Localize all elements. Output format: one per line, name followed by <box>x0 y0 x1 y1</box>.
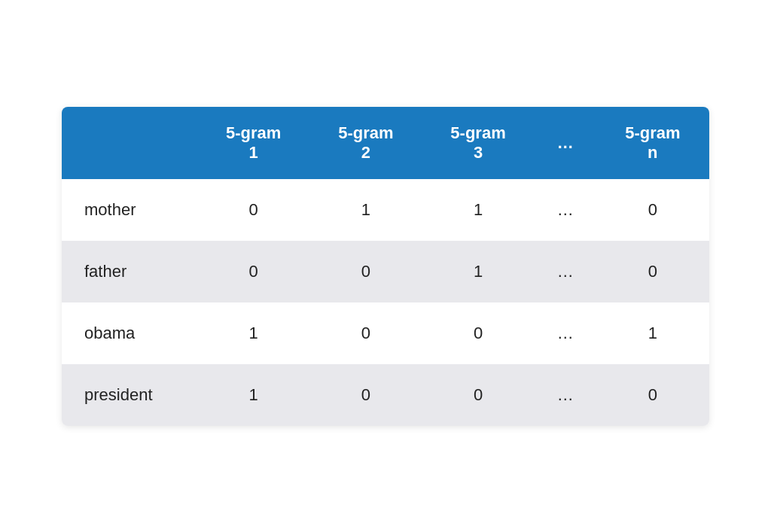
row-father-gramN: 0 <box>596 241 709 302</box>
ngram-table-container: 5-gram 1 5-gram 2 5-gram 3 … 5-gram n mo… <box>62 107 709 426</box>
table-row: father 0 0 1 … 0 <box>62 241 709 302</box>
row-obama-gram2: 0 <box>309 302 422 364</box>
header-gram3: 5-gram 3 <box>422 107 534 179</box>
table-row: president 1 0 0 … 0 <box>62 364 709 426</box>
row-mother-gram2: 1 <box>309 179 422 241</box>
row-mother-gram1: 0 <box>197 179 309 241</box>
header-gramN: 5-gram n <box>596 107 709 179</box>
table-row: mother 0 1 1 … 0 <box>62 179 709 241</box>
ngram-table: 5-gram 1 5-gram 2 5-gram 3 … 5-gram n mo… <box>62 107 709 426</box>
row-label-obama: obama <box>62 302 197 364</box>
table-header-row: 5-gram 1 5-gram 2 5-gram 3 … 5-gram n <box>62 107 709 179</box>
row-father-gram2: 0 <box>309 241 422 302</box>
row-obama-gramN: 1 <box>596 302 709 364</box>
row-mother-ellipsis: … <box>535 179 596 241</box>
table-row: obama 1 0 0 … 1 <box>62 302 709 364</box>
row-obama-gram3: 0 <box>422 302 534 364</box>
row-mother-gram3: 1 <box>422 179 534 241</box>
row-label-father: father <box>62 241 197 302</box>
row-father-ellipsis: … <box>535 241 596 302</box>
header-gram2: 5-gram 2 <box>309 107 422 179</box>
row-father-gram3: 1 <box>422 241 534 302</box>
row-obama-gram1: 1 <box>197 302 309 364</box>
row-president-gram3: 0 <box>422 364 534 426</box>
row-father-gram1: 0 <box>197 241 309 302</box>
row-mother-gramN: 0 <box>596 179 709 241</box>
row-label-president: president <box>62 364 197 426</box>
row-president-ellipsis: … <box>535 364 596 426</box>
row-president-gramN: 0 <box>596 364 709 426</box>
header-label-col <box>62 107 197 179</box>
row-obama-ellipsis: … <box>535 302 596 364</box>
header-gram1: 5-gram 1 <box>197 107 309 179</box>
row-president-gram2: 0 <box>309 364 422 426</box>
header-ellipsis: … <box>535 107 596 179</box>
row-president-gram1: 1 <box>197 364 309 426</box>
row-label-mother: mother <box>62 179 197 241</box>
